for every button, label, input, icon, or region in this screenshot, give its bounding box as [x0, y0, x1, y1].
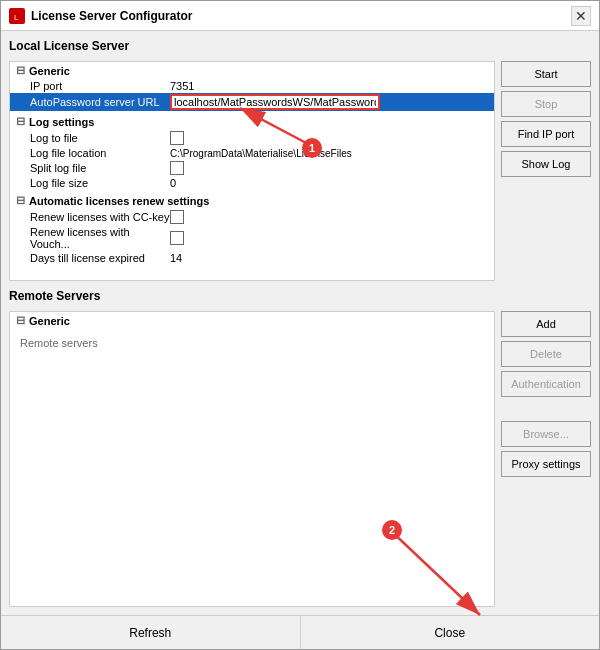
- log-to-file-row: Log to file: [10, 130, 494, 146]
- local-server-label: Local License Server: [9, 39, 591, 53]
- split-log-row: Split log file: [10, 160, 494, 176]
- ip-port-row: IP port 7351: [10, 79, 494, 93]
- ip-port-value: 7351: [170, 80, 488, 92]
- log-file-size-row: Log file size 0: [10, 176, 494, 190]
- delete-button[interactable]: Delete: [501, 341, 591, 367]
- local-server-panel: ⊟ Generic IP port 7351 AutoPassword serv…: [9, 61, 495, 281]
- log-file-location-row: Log file location C:\ProgramData\Materia…: [10, 146, 494, 160]
- refresh-button[interactable]: Refresh: [1, 616, 301, 649]
- local-server-buttons: Start Stop Find IP port Show Log: [501, 61, 591, 281]
- remote-server-buttons: Add Delete Authentication Browse... Prox…: [501, 311, 591, 607]
- renew-vouch-checkbox[interactable]: [170, 231, 488, 245]
- remote-servers-list-label: Remote servers: [16, 333, 488, 353]
- find-ip-button[interactable]: Find IP port: [501, 121, 591, 147]
- log-to-file-label: Log to file: [30, 132, 170, 144]
- ip-port-label: IP port: [30, 80, 170, 92]
- expand-log-icon[interactable]: ⊟: [16, 115, 25, 128]
- generic-section-label: Generic: [29, 65, 70, 77]
- remote-server-area: ⊟ Generic Remote servers Add Delete Auth…: [9, 311, 591, 607]
- log-settings-label: Log settings: [29, 116, 94, 128]
- expand-generic-icon[interactable]: ⊟: [16, 64, 25, 77]
- renew-cc-checkbox[interactable]: [170, 210, 488, 224]
- renew-vouch-check[interactable]: [170, 231, 184, 245]
- auto-password-input[interactable]: [170, 94, 380, 110]
- remote-servers-label: Remote Servers: [9, 289, 591, 303]
- window-body: Local License Server ⊟ Generic IP port 7…: [1, 31, 599, 615]
- annotation-badge-2: 2: [382, 520, 402, 540]
- close-footer-button[interactable]: Close: [301, 616, 600, 649]
- expand-remote-generic-icon[interactable]: ⊟: [16, 314, 25, 327]
- start-button[interactable]: Start: [501, 61, 591, 87]
- split-log-checkbox[interactable]: [170, 161, 488, 175]
- svg-text:L: L: [14, 13, 19, 21]
- remote-generic-label: Generic: [29, 315, 70, 327]
- log-file-location-label: Log file location: [30, 147, 170, 159]
- stop-button[interactable]: Stop: [501, 91, 591, 117]
- browse-button[interactable]: Browse...: [501, 421, 591, 447]
- remote-panel-inner: Remote servers: [10, 329, 494, 607]
- auto-password-label: AutoPassword server URL: [30, 96, 170, 108]
- auto-password-row: AutoPassword server URL: [10, 93, 494, 111]
- split-log-check[interactable]: [170, 161, 184, 175]
- log-to-file-check[interactable]: [170, 131, 184, 145]
- remote-server-panel: ⊟ Generic Remote servers: [9, 311, 495, 607]
- show-log-button[interactable]: Show Log: [501, 151, 591, 177]
- renew-cc-label: Renew licenses with CC-key: [30, 211, 170, 223]
- split-log-label: Split log file: [30, 162, 170, 174]
- main-window: L License Server Configurator ✕ Local Li…: [0, 0, 600, 650]
- renew-vouch-row: Renew licenses with Vouch...: [10, 225, 494, 251]
- auto-renew-header: ⊟ Automatic licenses renew settings: [10, 192, 494, 209]
- generic-section-header: ⊟ Generic: [10, 62, 494, 79]
- auto-renew-label: Automatic licenses renew settings: [29, 195, 209, 207]
- log-file-size-value: 0: [170, 177, 488, 189]
- expand-renew-icon[interactable]: ⊟: [16, 194, 25, 207]
- annotation-badge-1: 1: [302, 138, 322, 158]
- local-server-area: ⊟ Generic IP port 7351 AutoPassword serv…: [9, 61, 591, 281]
- renew-cc-row: Renew licenses with CC-key: [10, 209, 494, 225]
- close-button[interactable]: ✕: [571, 6, 591, 26]
- log-to-file-checkbox[interactable]: [170, 131, 488, 145]
- remote-generic-header: ⊟ Generic: [10, 312, 494, 329]
- log-file-size-label: Log file size: [30, 177, 170, 189]
- add-button[interactable]: Add: [501, 311, 591, 337]
- auto-password-value-container: [170, 94, 488, 110]
- app-icon: L: [9, 8, 25, 24]
- proxy-settings-button[interactable]: Proxy settings: [501, 451, 591, 477]
- days-expired-label: Days till license expired: [30, 252, 170, 264]
- footer-bar: Refresh Close: [1, 615, 599, 649]
- renew-cc-check[interactable]: [170, 210, 184, 224]
- days-expired-value: 14: [170, 252, 488, 264]
- authentication-button[interactable]: Authentication: [501, 371, 591, 397]
- log-file-location-value: C:\ProgramData\Materialise\LicenseFiles: [170, 148, 488, 159]
- days-expired-row: Days till license expired 14: [10, 251, 494, 265]
- window-title: License Server Configurator: [31, 9, 571, 23]
- log-settings-header: ⊟ Log settings: [10, 113, 494, 130]
- title-bar: L License Server Configurator ✕: [1, 1, 599, 31]
- renew-vouch-label: Renew licenses with Vouch...: [30, 226, 170, 250]
